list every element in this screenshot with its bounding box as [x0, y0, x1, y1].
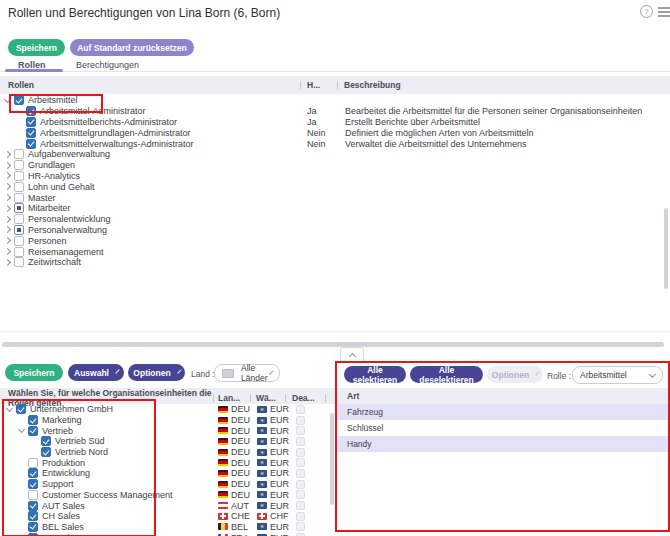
chevron-right-icon[interactable] — [3, 163, 11, 168]
chevron-right-icon[interactable] — [3, 217, 11, 222]
disabled-checkbox — [296, 416, 305, 425]
table-row: AUT SalesAUTEUR — [0, 500, 335, 511]
flag-CHE-icon — [218, 513, 228, 520]
menu-icon[interactable] — [658, 7, 670, 19]
chevron-right-icon[interactable] — [3, 173, 11, 178]
horizontal-scrollbar[interactable] — [2, 342, 664, 347]
disabled-checkbox — [296, 512, 305, 521]
checkbox-checked[interactable] — [26, 128, 36, 138]
flag-DEU-icon — [218, 449, 228, 456]
chevron-right-icon[interactable] — [3, 249, 11, 254]
checkbox-checked[interactable] — [28, 522, 38, 532]
checkbox-checked[interactable] — [14, 95, 24, 105]
land-select[interactable]: Alle Länder — [214, 364, 280, 382]
chevron-down-icon — [649, 370, 656, 377]
checkbox-indeterminate[interactable] — [14, 203, 24, 213]
flag-EUR-icon — [257, 417, 267, 424]
reset-default-button[interactable]: Auf Standard zurücksetzen — [70, 39, 194, 56]
country-code: DEU — [231, 426, 250, 436]
role-label: Arbeitsmittel-Administrator — [40, 106, 146, 116]
chevron-right-icon[interactable] — [3, 238, 11, 243]
chevron-right-icon[interactable] — [3, 184, 11, 189]
help-icon[interactable]: ? — [640, 5, 653, 18]
flag-EUR-icon — [257, 481, 267, 488]
disabled-checkbox — [296, 501, 305, 510]
chevron-right-icon[interactable] — [3, 152, 11, 157]
country-code: DEU — [231, 458, 250, 468]
table-row: Vertrieb NordDEUEUR — [0, 447, 335, 458]
checkbox-checked[interactable] — [16, 404, 26, 414]
checkbox-indeterminate[interactable] — [14, 225, 24, 235]
checkbox-checked[interactable] — [28, 533, 38, 536]
role-label: Reisemanagement — [28, 247, 104, 257]
country-code: DEU — [231, 436, 250, 446]
checkbox-checked[interactable] — [26, 139, 36, 149]
active-tab-underline — [5, 69, 63, 72]
table-row: MarketingDEUEUR — [0, 415, 335, 426]
checkbox-checked[interactable] — [28, 468, 38, 478]
checkbox-checked[interactable] — [41, 447, 51, 457]
chevron-down-icon[interactable] — [5, 408, 13, 411]
checkbox-unchecked[interactable] — [14, 214, 24, 224]
chevron-down-icon[interactable] — [3, 99, 11, 102]
save-button[interactable]: Speichern — [8, 39, 65, 56]
checkbox-checked[interactable] — [26, 117, 36, 127]
chevron-down-icon — [177, 369, 181, 373]
page-title: Rollen und Berechtigungen von Lina Born … — [8, 6, 280, 20]
country-code: DEU — [231, 468, 250, 478]
art-label: Fahrzeug — [347, 407, 383, 417]
country-code: AUT — [231, 501, 249, 511]
col-art: Art — [337, 388, 668, 404]
optionen-disabled-button: Optionen — [487, 366, 543, 383]
checkbox-unchecked[interactable] — [14, 160, 24, 170]
checkbox-unchecked[interactable] — [14, 193, 24, 203]
checkbox-checked[interactable] — [28, 511, 38, 521]
org-save-button[interactable]: Speichern — [5, 364, 63, 381]
checkbox-checked[interactable] — [28, 501, 38, 511]
checkbox-checked[interactable] — [26, 106, 36, 116]
checkbox-unchecked[interactable] — [14, 236, 24, 246]
art-list: FahrzeugSchlüsselHandy — [337, 404, 668, 530]
flag-AUT-icon — [218, 502, 228, 509]
checkbox-unchecked[interactable] — [14, 247, 24, 257]
checkbox-unchecked[interactable] — [14, 171, 24, 181]
optionen-button[interactable]: Optionen — [128, 364, 185, 381]
flag-EUR-icon — [257, 491, 267, 498]
chevron-down-icon[interactable] — [17, 429, 25, 432]
checkbox-checked[interactable] — [28, 426, 38, 436]
auswahl-button[interactable]: Auswahl — [68, 364, 124, 381]
checkbox-checked[interactable] — [28, 415, 38, 425]
page-scrollbar[interactable] — [664, 208, 668, 289]
h-value: Nein — [300, 128, 337, 138]
chevron-right-icon[interactable] — [3, 195, 11, 200]
checkbox-unchecked[interactable] — [14, 257, 24, 267]
chevron-right-icon[interactable] — [3, 206, 11, 211]
orgunit-label: Marketing — [42, 415, 82, 425]
chevron-right-icon[interactable] — [3, 227, 11, 232]
tab-berechtigungen[interactable]: Berechtigungen — [76, 58, 139, 72]
list-item[interactable]: Fahrzeug — [337, 404, 668, 420]
checkbox-unchecked[interactable] — [14, 149, 24, 159]
select-all-button[interactable]: Alle selektieren — [344, 366, 406, 383]
org-scrollbar[interactable] — [330, 413, 334, 505]
roles-table-header: Rollen H... Beschreibung — [0, 76, 670, 94]
flag-DEU-icon — [218, 438, 228, 445]
checkbox-checked[interactable] — [28, 479, 38, 489]
checkbox-unchecked[interactable] — [14, 182, 24, 192]
list-item[interactable]: Schlüssel — [337, 420, 668, 436]
rolle-select[interactable]: Arbeitsmittel — [572, 366, 663, 384]
role-label: Aufgabenverwaltung — [28, 149, 110, 159]
list-item[interactable]: Handy — [337, 436, 668, 452]
flag-DEU-icon — [218, 470, 228, 477]
checkbox-unchecked[interactable] — [28, 490, 38, 500]
country-code: CHE — [231, 511, 250, 521]
flag-EUR-icon — [257, 438, 267, 445]
disabled-checkbox — [296, 469, 305, 478]
checkbox-unchecked[interactable] — [28, 458, 38, 468]
table-row: Arbeitsmittelverwaltungs-AdministratorNe… — [0, 138, 670, 149]
checkbox-checked[interactable] — [41, 436, 51, 446]
orgunit-label: Unternehmen GmbH — [30, 404, 113, 414]
orgunit-label: Vertrieb — [42, 426, 73, 436]
chevron-right-icon[interactable] — [3, 260, 11, 265]
deselect-all-button[interactable]: Alle deselektieren — [410, 366, 483, 383]
